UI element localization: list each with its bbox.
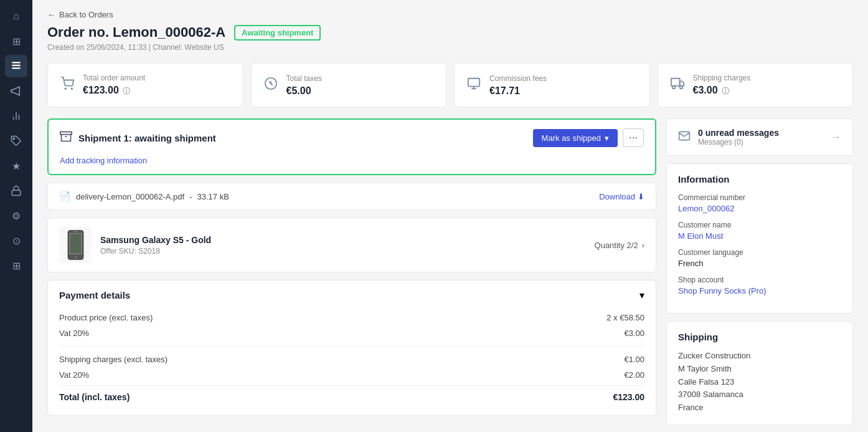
shop-account-label: Shop account [678, 276, 841, 284]
grid-icon[interactable]: ⊞ [5, 30, 27, 52]
dropdown-arrow-icon: ▾ [605, 133, 609, 143]
download-icon: ⬇ [638, 192, 644, 201]
stat-total-order-value: €123.00 ⓘ [83, 85, 145, 97]
shipment-header: Shipment 1: awaiting shipment Mark as sh… [49, 120, 655, 156]
stat-commission-value: €17.71 [489, 85, 547, 97]
shipping-address: Zucker Construction M Taylor Smith Calle… [678, 350, 841, 415]
home-icon[interactable]: ⌂ [5, 5, 27, 27]
download-button[interactable]: Download ⬇ [599, 192, 644, 201]
orders-icon[interactable] [5, 55, 27, 77]
payment-header[interactable]: Payment details ▾ [48, 281, 656, 310]
megaphone-icon[interactable] [5, 80, 27, 102]
document-name: delivery-Lemon_000062-A.pdf [76, 192, 184, 201]
shipment-card: Shipment 1: awaiting shipment Mark as sh… [47, 118, 656, 175]
product-row[interactable]: Samsung Galaxy S5 - Gold Offer SKU: S201… [48, 218, 656, 272]
globe-icon[interactable]: ⊙ [5, 229, 27, 252]
stat-total-order-label: Total order amount [83, 74, 145, 82]
product-name: Samsung Galaxy S5 - Gold [100, 235, 586, 245]
payment-row-3: Vat 20% €2.00 [59, 367, 644, 383]
messages-title: 0 unread messages [698, 128, 779, 138]
commission-icon [467, 77, 481, 94]
svg-point-18 [74, 256, 77, 259]
svg-point-5 [65, 88, 66, 89]
payment-row-2: Shipping charges (excl. taxes) €1.00 [59, 352, 644, 367]
payment-card: Payment details ▾ Product price (excl. t… [47, 280, 656, 416]
document-separator: - [189, 192, 192, 201]
product-details: Samsung Galaxy S5 - Gold Offer SKU: S201… [100, 235, 586, 256]
document-size: 33.17 kB [197, 192, 229, 201]
document-icon: 📄 [59, 191, 71, 202]
content-row: Shipment 1: awaiting shipment Mark as sh… [47, 118, 853, 425]
svg-rect-2 [12, 67, 21, 69]
content-right: 0 unread messages Messages (0) → Informa… [666, 118, 853, 425]
svg-rect-0 [12, 62, 21, 63]
mark-shipped-label: Mark as shipped [542, 133, 601, 143]
svg-point-6 [71, 88, 72, 89]
star-icon[interactable]: ★ [5, 155, 27, 177]
shop-account-link[interactable]: Shop Funny Socks (Pro) [678, 286, 767, 295]
messages-arrow-icon: → [831, 132, 841, 143]
add-tracking-link[interactable]: Add tracking information [49, 156, 655, 174]
back-to-orders-link[interactable]: ← Back to Orders [47, 10, 853, 19]
stat-total-taxes: Total taxes €5.00 [251, 63, 447, 107]
svg-rect-17 [70, 234, 81, 253]
payment-total-row: Total (incl. taxes) €123.00 [59, 385, 644, 405]
svg-rect-13 [60, 132, 72, 134]
customer-name-value: M Elon Must [678, 231, 841, 241]
payment-row-0: Product price (excl. taxes) 2 x €58.50 [59, 310, 644, 325]
messages-info: 0 unread messages Messages (0) [698, 128, 779, 146]
back-arrow-icon: ← [47, 10, 55, 19]
shipping-stat-icon [671, 77, 684, 94]
page-title: Order no. Lemon_000062-A [47, 24, 225, 41]
taxes-icon [264, 77, 278, 94]
settings-icon[interactable]: ⚙ [5, 204, 27, 227]
commercial-number-value: Lemon_000062 [678, 204, 841, 213]
messages-card[interactable]: 0 unread messages Messages (0) → [666, 118, 853, 156]
tag-icon[interactable] [5, 130, 27, 152]
shipment-more-button[interactable]: ⋯ [623, 128, 644, 147]
chart-icon[interactable] [5, 105, 27, 127]
back-link-label: Back to Orders [59, 10, 113, 19]
svg-point-11 [672, 86, 675, 89]
customer-name-label: Customer name [678, 221, 841, 229]
cart-icon [60, 77, 74, 94]
apps-icon[interactable]: ⊞ [5, 254, 27, 277]
stat-taxes-value: €5.00 [286, 85, 322, 97]
lock-icon[interactable] [5, 180, 27, 202]
shipping-card: Shipping Zucker Construction M Taylor Sm… [666, 321, 853, 425]
stat-shipping-label: Shipping charges [693, 74, 751, 82]
svg-point-12 [679, 86, 682, 89]
shipment-actions: Mark as shipped ▾ ⋯ [533, 128, 644, 147]
product-quantity: Quantity 2/2 › [595, 241, 644, 250]
svg-rect-9 [468, 79, 479, 87]
envelope-icon [678, 130, 691, 145]
commercial-number-link[interactable]: Lemon_000062 [678, 204, 734, 213]
document-row: 📄 delivery-Lemon_000062-A.pdf - 33.17 kB… [47, 183, 656, 210]
quantity-value: Quantity 2/2 [595, 241, 638, 250]
payment-title: Payment details [59, 290, 130, 300]
payment-body: Product price (excl. taxes) 2 x €58.50 V… [48, 310, 656, 415]
stat-commission: Commission fees €17.71 [454, 63, 650, 107]
svg-point-3 [13, 138, 14, 139]
shipment-title: Shipment 1: awaiting shipment [78, 133, 216, 143]
svg-rect-4 [12, 190, 21, 195]
info-icon-0: ⓘ [123, 87, 130, 95]
product-image [59, 227, 92, 263]
page-meta: Created on 25/06/2024, 11:33 | Channel: … [47, 43, 853, 52]
product-sku: Offer SKU: S2018 [100, 247, 586, 256]
commercial-number-label: Commercial number [678, 193, 841, 202]
stat-taxes-label: Total taxes [286, 74, 322, 83]
customer-name-link[interactable]: M Elon Must [678, 231, 723, 241]
download-label: Download [599, 192, 635, 201]
page-header: Order no. Lemon_000062-A Awaiting shipme… [47, 24, 853, 41]
stat-total-order: Total order amount €123.00 ⓘ [47, 63, 243, 107]
stat-commission-label: Commission fees [489, 74, 547, 83]
mark-as-shipped-button[interactable]: Mark as shipped ▾ [533, 129, 618, 147]
document-info: 📄 delivery-Lemon_000062-A.pdf - 33.17 kB [59, 191, 229, 202]
product-card: Samsung Galaxy S5 - Gold Offer SKU: S201… [47, 218, 656, 272]
svg-rect-10 [671, 79, 679, 86]
stats-row: Total order amount €123.00 ⓘ Total taxes… [47, 63, 853, 107]
svg-rect-19 [73, 231, 78, 232]
product-chevron-icon: › [642, 241, 644, 250]
customer-language-value: French [678, 259, 841, 268]
